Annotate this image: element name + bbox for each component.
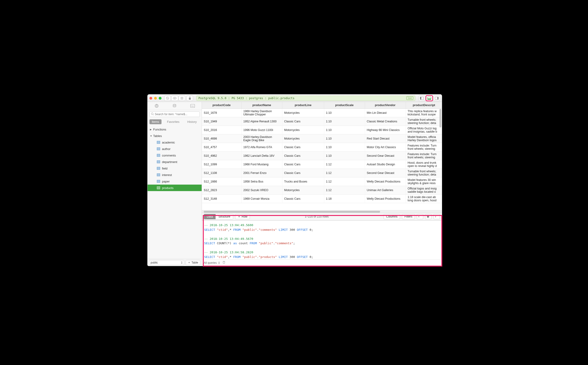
lock-button[interactable] — [187, 96, 193, 101]
cell[interactable]: Second Gear Diecast — [365, 151, 406, 160]
cell[interactable]: 1:10 — [324, 117, 365, 126]
table-row[interactable]: S10_16781969 Harley Davidson Ultimate Ch… — [202, 108, 442, 117]
cell[interactable]: Classic Cars — [282, 143, 324, 151]
preview-button[interactable] — [171, 96, 178, 101]
cell[interactable]: Official logos and insig saddle bags loc… — [406, 186, 442, 194]
cell[interactable]: 1996 Moto Guzzi 1100i — [241, 126, 282, 134]
cell[interactable]: 1:18 scale die-cast ab long doors open, … — [406, 194, 442, 203]
cell[interactable]: Model features, officia Harley Davidson … — [406, 134, 442, 143]
table-row[interactable]: S12_16661958 Setra BusTrucks and Buses1:… — [202, 177, 442, 186]
cell[interactable]: 2003 Harley-Davidson Eagle Drag Bike — [241, 134, 282, 143]
column-header[interactable]: productDescript — [406, 102, 442, 108]
query-filter-select[interactable]: All queries▲▼ — [204, 261, 220, 265]
data-grid[interactable]: productCodeproductNameproductLineproduct… — [202, 102, 442, 210]
cell[interactable]: This replica features w kickstand, front… — [406, 108, 442, 117]
sidebar-table-interest[interactable]: interest — [148, 172, 202, 178]
table-row[interactable]: S12_31481969 Corvair MonzaClassic Cars1:… — [202, 194, 442, 203]
sidebar-table-products[interactable]: products — [148, 185, 202, 191]
sidebar-search[interactable] — [150, 112, 200, 117]
cell[interactable]: 1969 Corvair Monza — [241, 194, 282, 203]
cell[interactable]: Welly Diecast Productions — [365, 177, 406, 186]
cell[interactable]: 1:10 — [324, 143, 365, 151]
sql-icon[interactable]: SQL — [190, 103, 195, 108]
cell[interactable]: Hood, doors and trunk open to reveal hig… — [406, 160, 442, 168]
table-row[interactable]: S10_49621962 LanciaA Delta 16VClassic Ca… — [202, 151, 442, 160]
cell[interactable]: Model features 30 win skylights & glare … — [406, 177, 442, 186]
tab-data[interactable]: Data — [204, 214, 216, 219]
cell[interactable]: 1:12 — [324, 168, 365, 177]
cell[interactable]: S10_4962 — [202, 151, 241, 160]
cell[interactable]: Features include: Turn front wheels; ste… — [406, 151, 442, 160]
table-row[interactable]: S10_20161996 Moto Guzzi 1100iMotorcycles… — [202, 126, 442, 134]
cell[interactable]: Features include: Turn front wheels; ste… — [406, 143, 442, 151]
cell[interactable]: Classic Cars — [282, 160, 324, 168]
cell[interactable]: Unimax Art Galleries — [365, 186, 406, 194]
column-header[interactable]: productCode — [202, 102, 241, 108]
sidebar-table-academic[interactable]: academic — [148, 139, 202, 146]
sidebar-table-author[interactable]: author — [148, 146, 202, 152]
add-table-button[interactable]: ＋Table — [186, 260, 200, 265]
tab-structure[interactable]: Structure — [216, 214, 233, 219]
cell[interactable]: 2001 Ferrari Enzo — [241, 168, 282, 177]
columns-button[interactable]: Columns — [383, 214, 400, 219]
cell[interactable]: 1962 LanciaA Delta 16V — [241, 151, 282, 160]
group-functions[interactable]: ▶Functions — [148, 126, 202, 133]
cell[interactable]: Official Moto Guzzi log and insignias, s… — [406, 126, 442, 134]
cell[interactable]: S10_2016 — [202, 126, 241, 134]
right-panel-toggle[interactable] — [433, 96, 440, 101]
cell[interactable]: Classic Cars — [282, 151, 324, 160]
cell[interactable]: S10_4757 — [202, 143, 241, 151]
cell[interactable]: Motorcycles — [282, 134, 324, 143]
cell[interactable]: 1:12 — [324, 177, 365, 186]
power-icon[interactable] — [154, 103, 159, 108]
sidebar-table-comments[interactable]: comments — [148, 152, 202, 159]
left-panel-toggle[interactable] — [419, 96, 425, 101]
cell[interactable]: S10_4698 — [202, 134, 241, 143]
cell[interactable]: Classic Cars — [282, 168, 324, 177]
column-header[interactable]: productLine — [282, 102, 324, 108]
close-window-button[interactable] — [150, 97, 152, 100]
cell[interactable]: 1972 Alfa Romeo GTA — [241, 143, 282, 151]
table-row[interactable]: S12_11082001 Ferrari EnzoClassic Cars1:1… — [202, 168, 442, 177]
list-button[interactable] — [179, 96, 185, 101]
connection-pathbar[interactable]: PostgreSQL 9.5.0 : PG 5433 : postgres : … — [196, 96, 415, 101]
cell[interactable]: 1969 Harley Davidson Ultimate Chopper — [241, 108, 282, 117]
table-row[interactable]: S12_28232002 Suzuki XREOMotorcycles1:12U… — [202, 186, 442, 194]
cell[interactable]: S10_1949 — [202, 117, 241, 126]
cell[interactable]: Turnable front wheels; steering function… — [406, 168, 442, 177]
cell[interactable]: S12_2823 — [202, 186, 241, 194]
schema-select[interactable]: public▲▼ — [149, 260, 184, 265]
cell[interactable]: Trucks and Buses — [282, 177, 324, 186]
console-text[interactable]: -- 2018-10-25 13:04:49.5600 SELECT "ctid… — [202, 221, 442, 259]
cell[interactable]: Motorcycles — [282, 186, 324, 194]
table-row[interactable]: S10_19491952 Alpine Renault 1300Classic … — [202, 117, 442, 126]
cell[interactable]: Red Start Diecast — [365, 134, 406, 143]
cell[interactable]: Autoart Studio Design — [365, 160, 406, 168]
cell[interactable]: S12_3148 — [202, 194, 241, 203]
clear-console-button[interactable] — [222, 261, 226, 265]
stop-button[interactable] — [164, 96, 171, 101]
sidebar-table-field[interactable]: field — [148, 165, 202, 172]
next-page-button[interactable]: › — [433, 214, 440, 219]
sidebar-table-department[interactable]: department — [148, 159, 202, 165]
table-row[interactable]: S10_47571972 Alfa Romeo GTAClassic Cars1… — [202, 143, 442, 151]
zoom-window-button[interactable] — [159, 97, 162, 100]
cell[interactable]: Classic Metal Creations — [365, 117, 406, 126]
cell[interactable]: 2002 Suzuki XREO — [241, 186, 282, 194]
cell[interactable]: 1:10 — [324, 126, 365, 134]
prev-page-button[interactable]: ‹ — [417, 214, 423, 219]
column-header[interactable]: productName — [241, 102, 282, 108]
database-icon[interactable] — [172, 103, 177, 108]
cell[interactable]: 1968 Ford Mustang — [241, 160, 282, 168]
settings-button[interactable]: ✻ — [425, 214, 432, 219]
cell[interactable]: Motorcycles — [282, 126, 324, 134]
cell[interactable]: 1:12 — [324, 160, 365, 168]
cell[interactable]: S10_1678 — [202, 108, 241, 117]
column-header[interactable]: productVendor — [365, 102, 406, 108]
vertical-scrollbar[interactable] — [439, 109, 441, 127]
tab-items[interactable]: Items — [150, 119, 162, 124]
cell[interactable]: 1:10 — [324, 134, 365, 143]
cell[interactable]: Highway 66 Mini Classics — [365, 126, 406, 134]
cell[interactable]: 1:10 — [324, 151, 365, 160]
sidebar-search-input[interactable] — [155, 112, 198, 116]
